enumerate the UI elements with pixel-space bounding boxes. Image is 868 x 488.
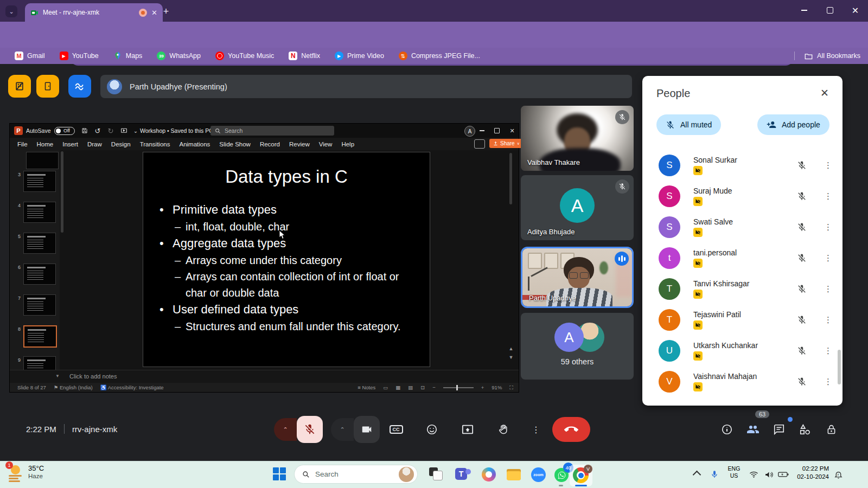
- camera-options-button[interactable]: ⌃: [331, 418, 354, 441]
- next-slide-icon[interactable]: ▼: [508, 354, 514, 361]
- thumbnail-scrollbar[interactable]: [61, 151, 63, 233]
- autosave-toggle[interactable]: Off: [54, 127, 75, 135]
- ppt-search-box[interactable]: Search: [210, 126, 334, 136]
- ppt-account-avatar[interactable]: A: [464, 126, 475, 137]
- file-explorer-icon[interactable]: [505, 465, 524, 484]
- reactions-button[interactable]: [420, 418, 444, 441]
- all-bookmarks-button[interactable]: All Bookmarks: [794, 52, 860, 60]
- tray-expand-button[interactable]: [690, 461, 703, 488]
- participant-row[interactable]: V Vaishnavi Mahajan ⋮: [642, 366, 843, 397]
- slide-thumbnail[interactable]: 4: [10, 202, 60, 233]
- mic-toggle-button-muted[interactable]: [297, 416, 323, 443]
- window-close-button[interactable]: ✕: [843, 0, 868, 21]
- tab-search-button[interactable]: ⌄: [5, 5, 17, 17]
- participant-row[interactable]: S Sonal Surkar ⋮: [642, 150, 843, 181]
- weather-temp[interactable]: 35°C: [28, 464, 44, 472]
- bookmark-maps[interactable]: Maps: [113, 52, 143, 60]
- participant-more-button[interactable]: ⋮: [824, 222, 832, 232]
- participant-more-button[interactable]: ⋮: [824, 315, 832, 325]
- presenter-banner[interactable]: Parth Upadhye (Presenting): [100, 75, 632, 98]
- video-tile-others[interactable]: A 59 others: [521, 313, 634, 380]
- ppt-restore-button[interactable]: [489, 124, 505, 138]
- participant-row[interactable]: T Tanvi Kshirsagar ⋮: [642, 273, 843, 304]
- bookmark-compress-jpeg[interactable]: ⇅ Compress JPEG File...: [399, 52, 480, 60]
- bookmark-youtube[interactable]: ▶ YouTube: [60, 52, 99, 60]
- video-tile-parth-speaking[interactable]: Parth Upadhye: [521, 247, 634, 308]
- ppt-menu-item[interactable]: View: [319, 141, 333, 147]
- video-tile-aditya[interactable]: A Aditya Bhujade: [521, 175, 634, 240]
- activities-button[interactable]: [799, 423, 812, 436]
- copilot-icon[interactable]: [480, 465, 499, 484]
- slide-thumbnail[interactable]: 6: [10, 264, 60, 294]
- slide-thumbnail-panel[interactable]: 3 4 5 6 7: [10, 150, 60, 370]
- ppt-menu-item[interactable]: Insert: [62, 141, 78, 147]
- ppt-menu-item[interactable]: File: [17, 141, 28, 147]
- bookmark-netflix[interactable]: N Netflix: [289, 52, 320, 60]
- tray-clock[interactable]: 02:22 PM02-10-2024: [788, 465, 829, 481]
- ppt-menu-item[interactable]: Review: [289, 141, 310, 147]
- slide-scrollbar[interactable]: [509, 153, 512, 204]
- bookmark-gmail[interactable]: M Gmail: [15, 52, 45, 60]
- ppt-menu-item[interactable]: Animations: [179, 141, 210, 147]
- window-maximize-button[interactable]: [817, 0, 843, 21]
- captions-button[interactable]: CC: [384, 418, 408, 441]
- slide-thumbnail[interactable]: 5: [10, 233, 60, 264]
- bookmark-prime-video[interactable]: ▶ Prime Video: [335, 52, 384, 60]
- notes-placeholder[interactable]: Click to add notes: [69, 373, 117, 380]
- ribbon-options-icon[interactable]: ⌄: [130, 126, 141, 136]
- participant-more-button[interactable]: ⋮: [824, 253, 832, 263]
- start-button[interactable]: [273, 467, 286, 480]
- people-panel-close-icon[interactable]: ✕: [818, 86, 832, 100]
- task-view-button[interactable]: [426, 465, 446, 484]
- chrome-icon-active[interactable]: V: [570, 465, 592, 486]
- zoom-slider[interactable]: [443, 387, 474, 388]
- participant-row[interactable]: S Suraj Mude ⋮: [642, 181, 843, 211]
- ppt-notes-bar[interactable]: ▼ Click to add notes: [10, 370, 519, 383]
- bookmark-youtube-music[interactable]: YouTube Music: [215, 52, 274, 60]
- door-icon[interactable]: [36, 75, 59, 98]
- ppt-minimize-button[interactable]: [474, 124, 489, 138]
- teams-icon[interactable]: T: [454, 465, 473, 484]
- ppt-menu-item[interactable]: Home: [37, 141, 54, 147]
- notes-toggle[interactable]: ≡ Notes: [358, 384, 375, 390]
- participant-more-button[interactable]: ⋮: [824, 346, 832, 356]
- participant-more-button[interactable]: ⋮: [824, 160, 832, 170]
- participant-row[interactable]: U Utkarsh Kuchankar ⋮: [642, 335, 843, 366]
- mute-all-button[interactable]: All muted: [656, 114, 721, 135]
- participant-more-button[interactable]: ⋮: [824, 191, 832, 201]
- zoom-in-icon[interactable]: +: [481, 384, 484, 390]
- mic-options-button[interactable]: ⌃: [274, 418, 297, 441]
- present-button[interactable]: [456, 418, 480, 441]
- ppt-menu-item[interactable]: Transitions: [140, 141, 170, 147]
- add-people-button[interactable]: Add people: [757, 114, 829, 135]
- ppt-menu-item[interactable]: Design: [111, 141, 131, 147]
- participant-row[interactable]: T Tejaswini Patil ⋮: [642, 304, 843, 335]
- previous-slide-icon[interactable]: ▲: [508, 345, 514, 352]
- camera-toggle-button[interactable]: [354, 416, 380, 443]
- ppt-close-button[interactable]: ✕: [505, 124, 520, 138]
- tray-notification-bell-icon[interactable]: z: [831, 461, 845, 488]
- fit-slide-icon[interactable]: ⛶: [509, 384, 513, 391]
- view-slideshow-icon[interactable]: ⊡: [420, 384, 425, 390]
- slideshow-icon[interactable]: [118, 126, 129, 136]
- ppt-menu-item[interactable]: Slide Show: [219, 141, 251, 147]
- slide-thumbnail[interactable]: 3: [10, 171, 60, 202]
- view-reading-icon[interactable]: ▤: [408, 384, 413, 390]
- jamboard-icon[interactable]: [8, 75, 31, 98]
- view-sorter-icon[interactable]: ▦: [395, 384, 400, 390]
- more-options-button[interactable]: ⋮: [525, 419, 547, 440]
- scribble-icon[interactable]: [68, 75, 91, 98]
- ppt-menu-item[interactable]: Help: [341, 141, 354, 147]
- tray-language-indicator[interactable]: ENGUS: [726, 465, 742, 479]
- redo-icon[interactable]: ↻: [105, 126, 116, 136]
- zoom-app-icon[interactable]: zoom: [529, 465, 549, 484]
- meeting-details-button[interactable]: [720, 423, 733, 436]
- new-tab-button[interactable]: +: [159, 5, 173, 18]
- taskbar-search[interactable]: Search: [294, 465, 418, 484]
- tab-close-icon[interactable]: ✕: [151, 9, 157, 17]
- tray-wifi-icon[interactable]: [746, 461, 761, 488]
- end-call-button[interactable]: [552, 417, 590, 442]
- chat-button[interactable]: [773, 423, 786, 436]
- host-controls-button[interactable]: [825, 423, 838, 436]
- video-tile-vaibhav[interactable]: Vaibhav Thakare: [521, 106, 634, 171]
